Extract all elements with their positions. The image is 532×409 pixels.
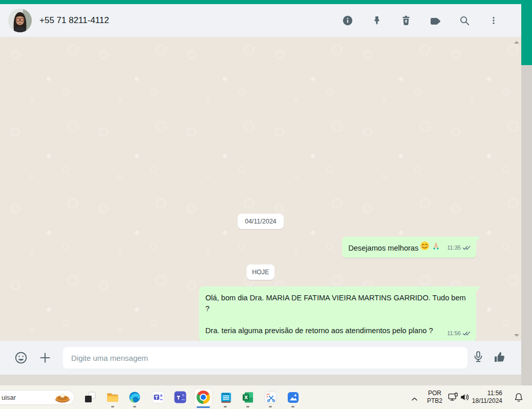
avatar[interactable] [8, 9, 32, 32]
language-code: POR [424, 390, 445, 397]
file-explorer-icon[interactable] [106, 391, 119, 404]
screen: +55 71 8211-4112 [0, 0, 532, 409]
taskbar-search[interactable]: uisar [0, 390, 75, 405]
snipping-tool-icon[interactable] [264, 391, 277, 404]
active-app-indicator [197, 406, 210, 408]
label-icon[interactable] [429, 14, 441, 27]
keyboard-layout: PTB2 [424, 397, 445, 405]
background-window-gray [521, 65, 532, 385]
teams-2-icon[interactable] [174, 391, 187, 404]
language-indicator[interactable]: POR PTB2 [424, 390, 445, 405]
taskbar: uisar [0, 385, 532, 409]
plus-icon[interactable] [39, 352, 51, 366]
search-text: uisar [2, 394, 16, 401]
folded-hands-emoji [431, 241, 441, 254]
photos-icon[interactable] [286, 391, 300, 404]
message-meta: 11:35 [447, 242, 471, 254]
message-text: Desejamos melhoras [348, 243, 418, 254]
message-meta: 11:56 [447, 328, 471, 339]
window-accent-strip [0, 0, 532, 4]
running-indicator [269, 406, 272, 407]
whatsapp-window: +55 71 8211-4112 [0, 4, 521, 375]
notepad-icon[interactable] [219, 391, 232, 404]
outgoing-message[interactable]: Desejamos melhoras [342, 237, 476, 258]
bell-icon[interactable] [514, 392, 524, 404]
message-time: 11:56 [447, 328, 461, 339]
clock[interactable]: 11:56 18/11/2024 [462, 390, 502, 405]
outgoing-message[interactable]: Olá, bom dia Dra. MARIA DE FATIMA VIEIRA… [199, 287, 476, 342]
background-window-green [521, 0, 532, 65]
running-indicator [133, 406, 136, 407]
emoji-icon[interactable] [14, 351, 28, 366]
message-line-1: Olá, bom dia Dra. MARIA DE FATIMA VIEIRA… [205, 293, 470, 314]
info-icon[interactable] [342, 14, 354, 27]
chevron-up-icon[interactable] [411, 394, 418, 403]
double-check-icon [462, 245, 471, 251]
running-indicator [224, 406, 227, 407]
chat-header: +55 71 8211-4112 [0, 4, 521, 37]
message-line-2: Dra. teria alguma previsão de retorno ao… [205, 325, 470, 336]
running-indicator [291, 406, 294, 407]
trash-icon[interactable] [400, 14, 412, 27]
tray-date: 18/11/2024 [462, 397, 502, 405]
contact-photo [8, 9, 32, 32]
tray-time: 11:56 [462, 390, 502, 397]
task-view-icon[interactable] [83, 391, 97, 404]
running-indicator [111, 406, 114, 407]
search-icon[interactable] [458, 14, 471, 27]
header-icons [342, 14, 500, 27]
teams-icon[interactable] [152, 391, 165, 404]
message-input[interactable] [63, 347, 467, 369]
scroll-down-arrow[interactable] [514, 334, 519, 337]
thumbs-up-icon[interactable] [493, 351, 506, 366]
pin-icon[interactable] [371, 14, 383, 27]
mic-icon[interactable] [472, 350, 484, 365]
network-icon[interactable] [448, 392, 459, 404]
smiling-face-emoji [420, 241, 430, 254]
contact-phone-title[interactable]: +55 71 8211-4112 [39, 15, 109, 26]
chat-area: 04/11/2024 Desejamos melhoras [0, 37, 521, 341]
message-time: 11:35 [447, 242, 461, 253]
double-check-icon [462, 331, 471, 336]
desktop-strip [0, 375, 521, 385]
menu-icon[interactable] [487, 14, 500, 27]
excel-icon[interactable] [241, 391, 254, 404]
composer-bar [0, 341, 521, 375]
chrome-icon[interactable] [197, 391, 210, 404]
date-chip-today: HOJE [246, 264, 274, 280]
running-indicator [246, 406, 249, 407]
pumpkin-pie-icon [54, 390, 71, 405]
date-chip: 04/11/2024 [238, 214, 284, 229]
edge-icon[interactable] [128, 391, 141, 404]
scroll-up-arrow[interactable] [514, 41, 519, 44]
